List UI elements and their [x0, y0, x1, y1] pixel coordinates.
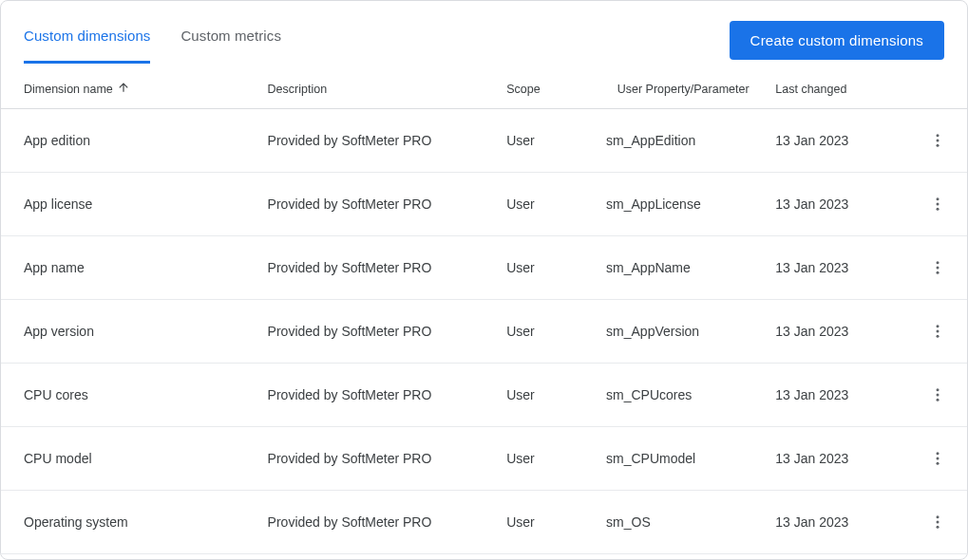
cell-param: sm_AppEdition — [598, 109, 768, 173]
column-header-name-label: Dimension name — [24, 83, 113, 96]
cell-actions — [907, 554, 967, 561]
svg-point-3 — [936, 197, 939, 200]
cell-last-changed: 13 Jan 2023 — [768, 554, 907, 561]
cell-param: sm_CPUmodel — [598, 427, 768, 491]
cell-param: sm_OSwithVersion — [598, 554, 768, 561]
cell-scope: User — [499, 427, 598, 491]
cell-dimension-name: Operating system ver — [1, 554, 260, 561]
cell-param: sm_AppLicense — [598, 173, 768, 236]
svg-point-16 — [936, 457, 939, 460]
cell-dimension-name: App edition — [1, 109, 260, 173]
column-header-description[interactable]: Description — [260, 71, 500, 109]
cell-param: sm_CPUcores — [598, 364, 768, 427]
cell-actions — [907, 364, 967, 427]
table-body: App editionProvided by SoftMeter PROUser… — [1, 109, 967, 561]
cell-scope: User — [499, 173, 598, 236]
cell-param: sm_OS — [598, 491, 768, 554]
svg-point-10 — [936, 330, 939, 333]
column-header-actions — [907, 71, 967, 109]
cell-dimension-name: Operating system — [1, 491, 260, 554]
table-row: App licenseProvided by SoftMeter PROUser… — [1, 173, 967, 236]
cell-last-changed: 13 Jan 2023 — [768, 300, 907, 364]
cell-scope: User — [499, 109, 598, 173]
cell-description: Provided by SoftMeter PRO — [260, 236, 500, 300]
table-row: CPU modelProvided by SoftMeter PROUsersm… — [1, 427, 967, 491]
cell-dimension-name: CPU model — [1, 427, 260, 491]
cell-actions — [907, 300, 967, 364]
column-header-name[interactable]: Dimension name — [1, 71, 260, 109]
cell-dimension-name: App license — [1, 173, 260, 236]
header-row: Custom dimensions Custom metrics Create … — [1, 1, 967, 64]
cell-description: Provided by SoftMeter PRO — [260, 554, 500, 561]
cell-actions — [907, 491, 967, 554]
svg-point-11 — [936, 335, 939, 338]
cell-param: sm_AppVersion — [598, 300, 768, 364]
svg-point-20 — [936, 526, 939, 529]
column-header-last-changed[interactable]: Last changed — [768, 71, 907, 109]
cell-last-changed: 13 Jan 2023 — [768, 364, 907, 427]
cell-last-changed: 13 Jan 2023 — [768, 109, 907, 173]
table-row: App nameProvided by SoftMeter PROUsersm_… — [1, 236, 967, 300]
cell-last-changed: 13 Jan 2023 — [768, 173, 907, 236]
svg-point-0 — [936, 134, 939, 137]
cell-scope: User — [499, 491, 598, 554]
svg-point-8 — [936, 271, 939, 274]
cell-param: sm_AppName — [598, 236, 768, 300]
svg-point-7 — [936, 267, 939, 270]
table-row: App editionProvided by SoftMeter PROUser… — [1, 109, 967, 173]
tab-custom-metrics[interactable]: Custom metrics — [180, 16, 281, 64]
cell-actions — [907, 236, 967, 300]
svg-point-12 — [936, 388, 939, 391]
cell-actions — [907, 427, 967, 491]
svg-point-14 — [936, 399, 939, 401]
column-header-param[interactable]: User Property/Parameter — [598, 71, 768, 109]
svg-point-1 — [936, 140, 939, 142]
cell-description: Provided by SoftMeter PRO — [260, 364, 500, 427]
table-row: CPU coresProvided by SoftMeter PROUsersm… — [1, 364, 967, 427]
svg-point-15 — [936, 452, 939, 455]
custom-dimensions-panel: Custom dimensions Custom metrics Create … — [0, 0, 968, 560]
cell-scope: User — [499, 554, 598, 561]
svg-point-13 — [936, 394, 939, 397]
cell-last-changed: 13 Jan 2023 — [768, 427, 907, 491]
cell-dimension-name: CPU cores — [1, 364, 260, 427]
cell-description: Provided by SoftMeter PRO — [260, 491, 500, 554]
cell-dimension-name: App name — [1, 236, 260, 300]
table-row: Operating systemProvided by SoftMeter PR… — [1, 491, 967, 554]
tabs: Custom dimensions Custom metrics — [24, 16, 281, 64]
sort-ascending-icon — [117, 81, 130, 97]
svg-point-19 — [936, 521, 939, 524]
cell-dimension-name: App version — [1, 300, 260, 364]
cell-description: Provided by SoftMeter PRO — [260, 427, 500, 491]
more-options-icon[interactable] — [923, 444, 952, 473]
cell-scope: User — [499, 364, 598, 427]
more-options-icon[interactable] — [923, 253, 952, 282]
create-custom-dimensions-button[interactable]: Create custom dimensions — [730, 21, 944, 60]
svg-point-4 — [936, 203, 939, 206]
cell-actions — [907, 173, 967, 236]
svg-point-9 — [936, 325, 939, 327]
table-row: App versionProvided by SoftMeter PROUser… — [1, 300, 967, 364]
cell-scope: User — [499, 236, 598, 300]
column-header-scope[interactable]: Scope — [499, 71, 598, 109]
more-options-icon[interactable] — [923, 508, 952, 536]
more-options-icon[interactable] — [923, 317, 952, 345]
tab-custom-dimensions[interactable]: Custom dimensions — [24, 16, 150, 64]
svg-point-2 — [936, 144, 939, 147]
svg-point-6 — [936, 261, 939, 264]
cell-description: Provided by SoftMeter PRO — [260, 300, 500, 364]
dimensions-table: Dimension name Description Scope User Pr… — [1, 71, 967, 560]
cell-description: Provided by SoftMeter PRO — [260, 173, 500, 236]
table-row: Operating system verProvided by SoftMete… — [1, 554, 967, 561]
cell-description: Provided by SoftMeter PRO — [260, 109, 500, 173]
svg-point-5 — [936, 208, 939, 211]
more-options-icon[interactable] — [923, 126, 952, 155]
more-options-icon[interactable] — [923, 381, 952, 409]
cell-last-changed: 13 Jan 2023 — [768, 236, 907, 300]
cell-scope: User — [499, 300, 598, 364]
cell-last-changed: 13 Jan 2023 — [768, 491, 907, 554]
more-options-icon[interactable] — [923, 190, 952, 218]
svg-point-18 — [936, 515, 939, 518]
svg-point-17 — [936, 462, 939, 465]
cell-actions — [907, 109, 967, 173]
